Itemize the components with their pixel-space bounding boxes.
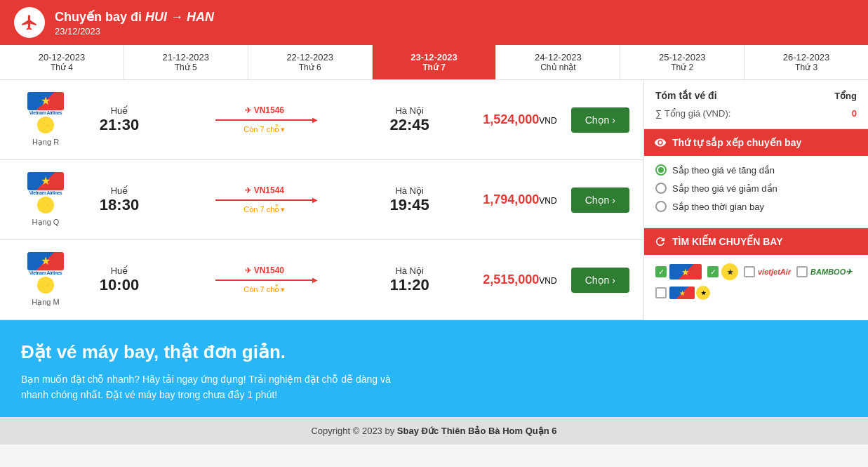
checkbox-star[interactable]: ✓ [707, 266, 719, 277]
sort-option-0[interactable]: Sắp theo giá vé tăng dần [655, 164, 857, 176]
sort-options: Sắp theo giá vé tăng dần Sắp theo giá vé… [644, 156, 868, 228]
search-title: TÌM KIẾM CHUYẾN BAY [672, 236, 783, 247]
vietjet-logo: vietjetAir [758, 268, 791, 276]
header-text: Chuyến bay đi HUI → HAN 23/12/2023 [55, 9, 214, 37]
checkbox-vna2[interactable] [655, 287, 667, 298]
airline-filters: ✓ ★ ✓ ★ vietjetAir BAMBOO✈ [644, 255, 868, 308]
summary-row: ∑ Tổng giá (VND): 0 [655, 108, 857, 119]
flight-number-2: VN1540 [245, 265, 284, 275]
airline-info-2: ★ Vietnam Airlines 🌟 Hạng M [14, 253, 77, 307]
airline-logo-2: ★ Vietnam Airlines [25, 253, 67, 274]
footer-copyright: Copyright © 2023 by Sbay Đức Thiên Bảo B… [0, 417, 868, 445]
flight-card-2: ★ Vietnam Airlines 🌟 Hạng M Huế 10:00 VN… [0, 240, 643, 320]
date-nav-item-3[interactable]: 23-12-2023 Thứ 7 [373, 45, 497, 79]
airline-filter-vna2[interactable]: ★ ★ [655, 286, 710, 300]
date-nav-item-6[interactable]: 26-12-2023 Thứ 3 [745, 45, 868, 79]
flight-arrow-2 [215, 279, 314, 281]
seats-available-2[interactable]: Còn 7 chỗ [243, 285, 285, 294]
date-nav-item-0[interactable]: 20-12-2023 Thứ 4 [0, 45, 124, 79]
star-icon-1: ★ [41, 174, 51, 188]
airline-class-0: Hạng R [32, 138, 59, 147]
summary-total-label: Tổng [834, 91, 857, 101]
seats-available-0[interactable]: Còn 7 chỗ [243, 125, 285, 134]
radio-button-0[interactable] [655, 164, 667, 176]
date-nav-item-5[interactable]: 25-12-2023 Thứ 2 [620, 45, 745, 79]
checkbox-vna[interactable]: ✓ [655, 266, 667, 277]
date-navigation: 20-12-2023 Thứ 4 21-12-2023 Thứ 5 22-12-… [0, 45, 868, 80]
search-section-header: TÌM KIẾM CHUYẾN BAY [644, 228, 868, 255]
sort-title: Thứ tự sắp xếp chuyến bay [672, 137, 801, 148]
price-info-1: 1,794,000VND [452, 192, 557, 207]
departure-info-1: Huế 18:30 [91, 185, 147, 214]
sort-option-2[interactable]: Sắp theo thời gian bay [655, 201, 857, 212]
flight-middle-2: VN1540 Còn 7 chỗ [161, 265, 368, 294]
select-button-0[interactable]: Chọn › [571, 107, 629, 133]
flight-arrow-1 [215, 199, 314, 201]
airline-logo-0: ★ Vietnam Airlines [25, 93, 67, 114]
date-nav-item-2[interactable]: 22-12-2023 Thứ 6 [248, 45, 373, 79]
radio-button-2[interactable] [655, 201, 667, 212]
price-info-0: 1,524,000VND [452, 112, 557, 127]
arrival-info-2: Hà Nội 11:20 [382, 265, 438, 294]
airline-icon [14, 7, 45, 38]
seats-available-1[interactable]: Còn 7 chỗ [243, 205, 285, 214]
flight-number-0: VN1546 [245, 105, 284, 115]
rank-badge-1: 🌟 [37, 197, 54, 213]
footer-promo: Đặt vé máy bay, thật đơn giản. Bạn muốn … [0, 320, 868, 417]
sort-icon [654, 136, 667, 149]
airline-filter-vietjet[interactable]: vietjetAir [744, 266, 791, 277]
arrival-info-0: Hà Nội 22:45 [382, 105, 438, 134]
sort-section-header: Thứ tự sắp xếp chuyến bay [644, 129, 868, 156]
price-info-2: 2,515,000VND [452, 272, 557, 287]
date-nav-item-4[interactable]: 24-12-2023 Chủ nhật [496, 45, 620, 79]
date-nav-item-1[interactable]: 21-12-2023 Thứ 5 [124, 45, 248, 79]
summary-section: Tóm tắt vé đi Tổng ∑ Tổng giá (VND): 0 [644, 80, 868, 129]
flight-arrow-0 [215, 119, 314, 121]
header-date: 23/12/2023 [55, 26, 214, 37]
flight-list: ★ Vietnam Airlines 🌟 Hạng R Huế 21:30 VN… [0, 80, 643, 320]
airline-info-1: ★ Vietnam Airlines 🌟 Hạng Q [14, 173, 77, 227]
airline-class-2: Hạng M [32, 298, 59, 307]
flight-middle-1: VN1544 Còn 7 chỗ [161, 185, 368, 214]
rank-badge-0: 🌟 [37, 117, 54, 133]
airline-info-0: ★ Vietnam Airlines 🌟 Hạng R [14, 93, 77, 147]
vna-logo-filter: ★ [669, 264, 702, 279]
summary-title: Tóm tắt vé đi [655, 90, 717, 101]
flight-card-0: ★ Vietnam Airlines 🌟 Hạng R Huế 21:30 VN… [0, 80, 643, 160]
plane-icon [20, 13, 39, 32]
refresh-icon [654, 235, 667, 248]
summary-value: 0 [852, 108, 857, 119]
airline-logo-1: ★ Vietnam Airlines [25, 173, 67, 194]
radio-button-1[interactable] [655, 183, 667, 194]
star-badge-filter: ★ [721, 263, 738, 280]
airline-filter-vna[interactable]: ✓ ★ [655, 264, 702, 279]
select-button-1[interactable]: Chọn › [571, 188, 629, 213]
flight-card-1: ★ Vietnam Airlines 🌟 Hạng Q Huế 18:30 VN… [0, 160, 643, 240]
departure-info-2: Huế 10:00 [91, 265, 147, 294]
rank-badge-2: 🌟 [37, 277, 54, 294]
flight-number-1: VN1544 [245, 185, 284, 195]
page-header: Chuyến bay đi HUI → HAN 23/12/2023 [0, 0, 868, 45]
promo-text: Bạn muốn đặt chỗ nhanh? Hãy tải ngay ứng… [21, 371, 414, 403]
airline-class-1: Hạng Q [32, 218, 60, 227]
departure-info-0: Huế 21:30 [91, 105, 147, 134]
star-icon: ★ [41, 94, 51, 107]
main-container: ★ Vietnam Airlines 🌟 Hạng R Huế 21:30 VN… [0, 80, 868, 320]
right-panel: Tóm tắt vé đi Tổng ∑ Tổng giá (VND): 0 T… [643, 80, 868, 320]
checkbox-vietjet[interactable] [744, 266, 755, 277]
star-icon-2: ★ [41, 254, 51, 268]
promo-title: Đặt vé máy bay, thật đơn giản. [21, 341, 847, 363]
sort-option-1[interactable]: Sắp theo giá vé giảm dần [655, 183, 857, 194]
flight-middle-0: VN1546 Còn 7 chỗ [161, 105, 368, 134]
airline-filter-star[interactable]: ✓ ★ [707, 263, 738, 280]
copyright-brand: Sbay Đức Thiên Bảo Bà Hom Quận 6 [397, 426, 557, 436]
arrival-info-1: Hà Nội 19:45 [382, 185, 438, 214]
select-button-2[interactable]: Chọn › [571, 268, 629, 293]
airline-filter-bamboo[interactable]: BAMBOO✈ [796, 266, 852, 277]
header-title: Chuyến bay đi HUI → HAN [55, 9, 214, 25]
checkbox-bamboo[interactable] [796, 266, 808, 277]
bamboo-logo: BAMBOO✈ [810, 268, 852, 277]
